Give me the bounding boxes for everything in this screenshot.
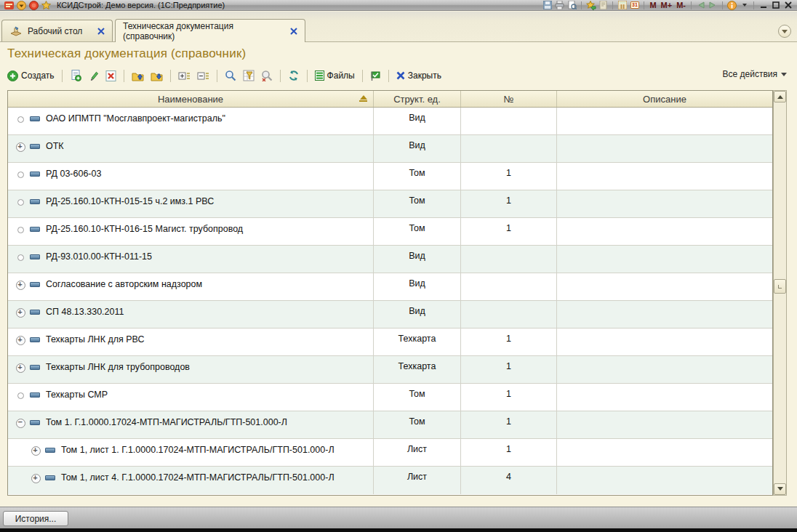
add-favorite-icon[interactable]: [585, 1, 596, 10]
row-name: РД-93.010.00-КТН-011-15: [46, 251, 152, 262]
filter-button[interactable]: [241, 69, 256, 82]
row-unit: Лист: [374, 467, 461, 494]
row-description: [557, 273, 772, 300]
titlebar-separator: [722, 1, 723, 9]
table-row[interactable]: РД-25.160.10-КТН-016-15 Магист. трубопро…: [8, 218, 772, 246]
table-row[interactable]: Техкарты ЛНК для РВС Техкарта 1: [8, 329, 772, 356]
minimize-button[interactable]: [758, 1, 769, 10]
table-header-row: Наименование Структ. ед. № Описание: [8, 91, 772, 108]
tree-expand-icon[interactable]: [16, 336, 24, 344]
tab-close-icon[interactable]: [290, 28, 297, 35]
1c-logo-icon[interactable]: [4, 1, 15, 10]
table-row[interactable]: ОАО ИПМТП "Мосглавпроект-магистраль" Вид: [8, 108, 772, 135]
move-down-button[interactable]: [149, 70, 164, 82]
application-window: КСИДСтрой: Демо версия. (1С:Предприятие): [0, 0, 797, 532]
info-icon[interactable]: [726, 1, 737, 10]
tree-expand-icon[interactable]: [16, 142, 24, 150]
files-button[interactable]: Файлы: [313, 70, 356, 81]
row-number: [461, 246, 557, 273]
scroll-up-button[interactable]: [774, 91, 786, 102]
nav-forward-icon[interactable]: [708, 1, 718, 10]
delete-button[interactable]: [104, 70, 118, 82]
create-button[interactable]: Создать: [6, 70, 56, 82]
tree-expand-icon[interactable]: [31, 446, 39, 454]
close-list-button[interactable]: Закрыть: [395, 70, 443, 81]
clear-filter-button[interactable]: [260, 69, 274, 82]
tree-expand-icon[interactable]: [31, 474, 39, 482]
move-up-button[interactable]: [130, 70, 145, 82]
tree-expand-icon[interactable]: [16, 363, 24, 371]
favorites-star-icon[interactable]: [41, 1, 52, 10]
bookmark-icon[interactable]: [598, 1, 609, 10]
tab-list-dropdown-button[interactable]: [778, 25, 791, 38]
row-description: [557, 218, 772, 245]
taskbar-edge: [0, 528, 797, 532]
scroll-down-button[interactable]: [774, 483, 786, 495]
table-row[interactable]: Том 1, лист 4. Г.1.0000.17024-МТП-МАГИСТ…: [8, 467, 772, 494]
main-menu-circle-icon[interactable]: [16, 1, 27, 10]
table-row[interactable]: Согласование с авторским надзором Вид: [8, 273, 772, 301]
table-row[interactable]: РД 03-606-03 Том 1: [8, 163, 772, 190]
close-window-button[interactable]: [782, 1, 793, 10]
scrollbar-thumb[interactable]: [774, 279, 786, 294]
memory-recall-button[interactable]: M: [649, 1, 656, 9]
column-header-unit[interactable]: Структ. ед.: [374, 91, 461, 107]
tree-leaf-icon[interactable]: [16, 391, 24, 399]
table-row[interactable]: РД-25.160.10-КТН-015-15 ч.2 имз.1 РВС То…: [8, 190, 772, 218]
tree-leaf-icon[interactable]: [16, 115, 24, 123]
save-icon[interactable]: [542, 1, 553, 10]
titlebar-separator: [691, 1, 692, 9]
form-content: Техническая документация (справочник) Со…: [0, 42, 797, 507]
table-row[interactable]: Техкарты СМР Том 1: [8, 384, 772, 411]
titlebar-tools: 31 M M+ M-: [541, 1, 794, 10]
table-row[interactable]: РД-93.010.00-КТН-011-15 Вид: [8, 246, 772, 273]
row-name: РД-25.160.10-КТН-015-15 ч.2 имз.1 РВС: [46, 196, 214, 206]
tree-leaf-icon[interactable]: [16, 253, 24, 261]
copy-button[interactable]: [68, 69, 83, 82]
table-row[interactable]: Техкарты ЛНК для трубопроводов Техкарта …: [8, 356, 772, 384]
restore-button[interactable]: [770, 1, 781, 10]
tree-expand-icon[interactable]: [16, 281, 24, 289]
row-unit: Вид: [374, 301, 461, 328]
memory-plus-button[interactable]: M+: [661, 1, 673, 9]
column-header-description[interactable]: Описание: [557, 91, 772, 107]
chevron-down-icon: [782, 30, 788, 36]
refresh-button[interactable]: [287, 69, 301, 82]
row-unit: Вид: [374, 273, 461, 300]
tab-desktop[interactable]: Рабочий стол: [1, 20, 113, 42]
info-dropdown-icon[interactable]: [739, 1, 750, 10]
table-row[interactable]: ОТК Вид: [8, 135, 772, 163]
row-name: Техкарты ЛНК для трубопроводов: [46, 362, 190, 372]
row-number: 1: [461, 411, 557, 438]
record-circle-icon[interactable]: [28, 1, 39, 10]
all-actions-button[interactable]: Все действия: [723, 69, 787, 79]
table-row[interactable]: Том 1. Г.1.0000.17024-МТП-МАГИСТРАЛЬ/ГТП…: [8, 411, 772, 439]
print-preview-icon[interactable]: [566, 1, 577, 10]
row-description: [557, 329, 772, 355]
tree-expand-icon[interactable]: [16, 308, 24, 316]
collapse-node-button[interactable]: [196, 70, 211, 82]
column-header-number[interactable]: №: [461, 91, 557, 107]
tree-leaf-icon[interactable]: [16, 198, 24, 206]
column-header-name[interactable]: Наименование: [8, 91, 374, 107]
tab-close-icon[interactable]: [97, 28, 105, 35]
calendar-icon[interactable]: 31: [629, 1, 640, 10]
table-row[interactable]: СП 48.13.330.2011 Вид: [8, 301, 772, 329]
table-row[interactable]: Том 1, лист 1. Г.1.0000.17024-МТП-МАГИСТ…: [8, 439, 772, 467]
expand-node-button[interactable]: [177, 70, 192, 82]
vertical-scrollbar[interactable]: [773, 90, 787, 496]
tab-technical-documentation[interactable]: Техническая документация (справочник): [115, 19, 305, 42]
calculator-icon[interactable]: [617, 1, 628, 10]
nav-back-icon[interactable]: [695, 1, 706, 10]
tree-leaf-icon[interactable]: [16, 170, 24, 178]
catalog-item-icon: [30, 116, 40, 121]
tree-leaf-icon[interactable]: [16, 225, 24, 233]
print-icon[interactable]: [554, 1, 565, 10]
find-button[interactable]: [223, 69, 238, 82]
edit-button[interactable]: [87, 70, 100, 82]
toolbar-separator: [124, 70, 124, 82]
set-mark-button[interactable]: [369, 70, 383, 81]
memory-minus-button[interactable]: M-: [676, 1, 686, 9]
history-button[interactable]: История...: [3, 511, 68, 526]
tree-collapse-icon[interactable]: [16, 419, 24, 427]
